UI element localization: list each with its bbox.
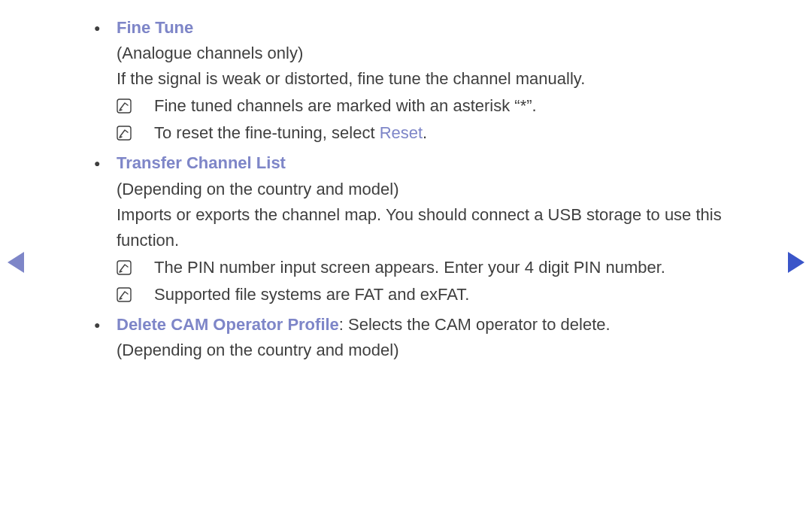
- note-item: Fine tuned channels are marked with an a…: [117, 93, 756, 119]
- note-highlight: Reset: [380, 123, 423, 142]
- section-delete-cam-operator-profile: Delete CAM Operator Profile: Selects the…: [94, 312, 756, 363]
- note-icon: [117, 287, 132, 302]
- note-item: To reset the fine-tuning, select Reset.: [117, 120, 756, 146]
- note-icon: [117, 126, 132, 141]
- section-body: Imports or exports the channel map. You …: [117, 202, 756, 253]
- page-content: Fine Tune (Analogue channels only) If th…: [94, 15, 756, 368]
- section-title: Transfer Channel List: [117, 153, 286, 172]
- section-subtitle: (Depending on the country and model): [117, 177, 756, 202]
- note-text: Supported file systems are FAT and exFAT…: [154, 285, 469, 304]
- section-title: Fine Tune: [117, 18, 193, 37]
- section-transfer-channel-list: Transfer Channel List (Depending on the …: [94, 150, 756, 307]
- section-fine-tune: Fine Tune (Analogue channels only) If th…: [94, 15, 756, 146]
- note-icon: [117, 98, 132, 114]
- nav-prev-icon[interactable]: [8, 252, 24, 273]
- section-body: If the signal is weak or distorted, fine…: [117, 66, 756, 92]
- nav-next-icon[interactable]: [788, 252, 804, 273]
- note-item: The PIN number input screen appears. Ent…: [117, 255, 756, 280]
- section-subtitle: (Depending on the country and model): [117, 338, 756, 363]
- note-prefix: To reset the fine-tuning, select: [154, 123, 380, 142]
- note-text: Fine tuned channels are marked with an a…: [154, 96, 537, 115]
- note-suffix: .: [423, 123, 427, 142]
- section-title: Delete CAM Operator Profile: [117, 315, 339, 334]
- note-item: Supported file systems are FAT and exFAT…: [117, 282, 756, 307]
- section-subtitle: (Analogue channels only): [117, 41, 756, 66]
- section-inline-body: : Selects the CAM operator to delete.: [339, 315, 611, 334]
- note-text: The PIN number input screen appears. Ent…: [154, 258, 665, 277]
- note-icon: [117, 260, 132, 275]
